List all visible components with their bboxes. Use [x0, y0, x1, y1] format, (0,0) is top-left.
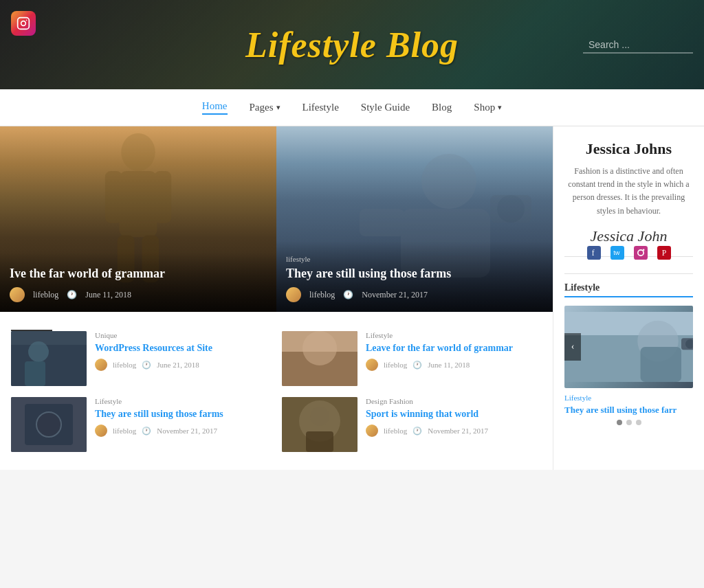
svg-point-34 — [642, 249, 644, 251]
blog-author-4: lifeblog — [384, 427, 407, 435]
nav-shop[interactable]: Shop ▾ — [474, 102, 502, 113]
sidebar-post-title[interactable]: They are still using those farr — [564, 405, 693, 416]
nav-lifestyle[interactable]: Lifestyle — [302, 102, 339, 113]
blog-card-1: Unique WordPress Resources at Site lifeb… — [11, 331, 271, 386]
hero-right-date: November 21, 2017 — [362, 290, 428, 300]
svg-text:P: P — [661, 249, 666, 258]
fb-icon[interactable]: f — [587, 246, 601, 260]
svg-point-20 — [302, 331, 337, 365]
blog-title-4[interactable]: Sport is winning that world — [366, 408, 542, 420]
svg-point-16 — [28, 341, 49, 362]
nav-home[interactable]: Home — [202, 100, 228, 115]
svg-rect-15 — [11, 345, 87, 386]
svg-rect-40 — [641, 347, 682, 382]
hero-left-title: Ive the far world of grammar — [10, 266, 267, 282]
hero-section: Ive the far world of grammar lifeblog 🕐 … — [0, 126, 553, 312]
nav-blog[interactable]: Blog — [432, 102, 452, 113]
svg-point-2 — [26, 20, 28, 21]
blog-thumb-4[interactable] — [282, 397, 358, 452]
svg-rect-32 — [634, 246, 648, 260]
blog-title-1[interactable]: WordPress Resources at Site — [95, 342, 271, 354]
content-area: Ive the far world of grammar lifeblog 🕐 … — [0, 126, 553, 470]
blog-author-1: lifeblog — [113, 361, 136, 369]
blog-meta-1: lifeblog 🕐 June 21, 2018 — [95, 359, 271, 371]
hero-left-meta: lifeblog 🕐 June 11, 2018 — [10, 287, 267, 302]
svg-point-9 — [421, 154, 476, 209]
dot-3[interactable] — [636, 420, 641, 425]
svg-rect-5 — [105, 171, 122, 223]
svg-rect-13 — [360, 209, 404, 236]
blog-thumb-1[interactable] — [11, 331, 87, 386]
blog-meta-2: lifeblog 🕐 June 11, 2018 — [366, 359, 542, 371]
blog-date-3: November 21, 2017 — [157, 427, 217, 435]
hero-right-category: lifestyle — [286, 255, 543, 263]
hero-right[interactable]: lifestyle They are still using those far… — [276, 126, 553, 312]
blog-meta-4: lifeblog 🕐 November 21, 2017 — [366, 425, 542, 437]
svg-rect-4 — [120, 171, 157, 237]
blog-date-1: June 21, 2018 — [157, 361, 199, 369]
blog-date-4: November 21, 2017 — [428, 427, 488, 435]
hero-right-title: They are still using those farms — [286, 266, 543, 282]
svg-point-23 — [36, 412, 61, 437]
svg-point-3 — [121, 133, 155, 171]
blog-avatar-4 — [366, 425, 378, 437]
hero-left[interactable]: Ive the far world of grammar lifeblog 🕐 … — [0, 126, 276, 312]
blog-card-4: Design Fashion Sport is winning that wor… — [282, 397, 542, 452]
svg-point-27 — [310, 407, 329, 426]
hero-right-meta: lifeblog 🕐 November 21, 2017 — [286, 287, 543, 302]
ig-icon[interactable] — [634, 246, 648, 260]
blog-cat-2: Lifestyle — [366, 331, 542, 339]
blog-info-4: Design Fashion Sport is winning that wor… — [366, 397, 542, 437]
blog-avatar-2 — [366, 359, 378, 371]
hero-left-overlay: Ive the far world of grammar lifeblog 🕐 … — [0, 252, 276, 312]
blog-cat-3: Lifestyle — [95, 397, 271, 405]
hero-left-avatar — [10, 287, 25, 302]
svg-text:f: f — [591, 249, 594, 258]
sidebar-carousel: ‹ — [564, 306, 693, 388]
hero-right-author: lifeblog — [309, 290, 335, 300]
sidebar-divider-2 — [564, 273, 693, 274]
hero-left-clock: 🕐 — [67, 290, 77, 300]
hero-left-date: June 11, 2018 — [85, 290, 131, 300]
nav-style-guide[interactable]: Style Guide — [361, 102, 410, 113]
instagram-icon[interactable] — [11, 11, 36, 36]
blog-info-2: Lifestyle Leave for the far world of gra… — [366, 331, 542, 371]
svg-point-1 — [21, 21, 26, 26]
carousel-prev-button[interactable]: ‹ — [564, 333, 581, 361]
blog-section: Unique WordPress Resources at Site lifeb… — [0, 312, 553, 470]
tw-icon[interactable]: tw — [610, 246, 624, 260]
sidebar-post-category: Lifestyle — [564, 394, 693, 402]
sidebar: Jessica Johns Fashion is a distinctive a… — [553, 126, 704, 470]
main-layout: Ive the far world of grammar lifeblog 🕐 … — [0, 126, 704, 470]
blog-cat-1: Unique — [95, 331, 271, 339]
blog-title-2[interactable]: Leave for the far world of grammar — [366, 342, 542, 354]
site-title: Lifestyle Blog — [245, 25, 459, 65]
blog-clock-4: 🕐 — [412, 427, 422, 436]
blog-title-3[interactable]: They are still using those farms — [95, 408, 271, 420]
social-icons-row: f tw P — [564, 246, 693, 260]
dot-1[interactable] — [617, 420, 622, 425]
hero-left-author: lifeblog — [33, 290, 58, 300]
svg-rect-6 — [154, 171, 171, 223]
blog-thumb-2[interactable] — [282, 331, 358, 386]
blog-thumb-3[interactable] — [11, 397, 87, 452]
pages-arrow-icon: ▾ — [276, 103, 280, 112]
hero-right-clock: 🕐 — [343, 290, 353, 300]
nav-pages[interactable]: Pages ▾ — [250, 102, 280, 113]
main-nav: Home Pages ▾ Lifestyle Style Guide Blog … — [0, 89, 704, 126]
pi-icon[interactable]: P — [657, 246, 671, 260]
author-signature: Jessica John — [564, 227, 693, 245]
blog-clock-1: 🕐 — [142, 361, 151, 370]
blog-grid: Unique WordPress Resources at Site lifeb… — [0, 331, 553, 463]
svg-rect-26 — [306, 431, 333, 452]
blog-card-2: Lifestyle Leave for the far world of gra… — [282, 331, 542, 386]
shop-arrow-icon: ▾ — [498, 103, 502, 112]
search-input[interactable] — [583, 36, 693, 54]
search-area[interactable] — [583, 36, 693, 54]
blog-clock-3: 🕐 — [142, 427, 151, 436]
dot-2[interactable] — [626, 420, 632, 425]
blog-info-3: Lifestyle They are still using those far… — [95, 397, 271, 437]
svg-text:tw: tw — [613, 249, 620, 256]
carousel-dots — [564, 420, 693, 425]
blog-avatar-1 — [95, 359, 107, 371]
